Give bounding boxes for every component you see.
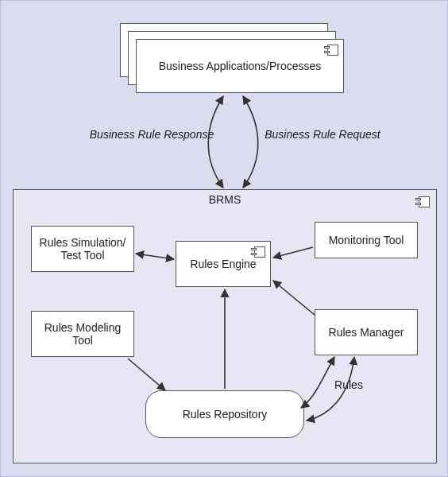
- business-applications-processes: Business Applications/Processes: [136, 39, 344, 93]
- business-rule-request-label: Business Rule Request: [255, 128, 390, 141]
- monitoring-tool: Monitoring Tool: [315, 222, 418, 258]
- rules-edge-label: Rules: [325, 378, 373, 391]
- rules-modeling-tool: Rules Modeling Tool: [31, 311, 134, 357]
- rules-manager-label: Rules Manager: [329, 326, 404, 339]
- component-icon: [251, 246, 265, 258]
- brms-title: BRMS: [14, 193, 436, 206]
- rules-engine: Rules Engine: [176, 241, 271, 287]
- rules-engine-label: Rules Engine: [190, 258, 256, 270]
- rules-simulation-test-tool: Rules Simulation/ Test Tool: [31, 226, 134, 272]
- brms-architecture-diagram: Business Applications/Processes Business…: [0, 0, 448, 477]
- rules-sim-test-label: Rules Simulation/ Test Tool: [40, 236, 126, 262]
- rules-modeling-label: Rules Modeling Tool: [37, 321, 129, 347]
- business-apps-label: Business Applications/Processes: [159, 60, 322, 72]
- business-rule-response-label: Business Rule Response: [84, 128, 219, 141]
- rules-manager: Rules Manager: [315, 309, 418, 355]
- monitoring-tool-label: Monitoring Tool: [329, 234, 404, 246]
- rules-repository: Rules Repository: [145, 390, 304, 438]
- rules-repository-label: Rules Repository: [183, 408, 268, 421]
- component-icon: [415, 196, 430, 207]
- component-icon: [324, 45, 338, 56]
